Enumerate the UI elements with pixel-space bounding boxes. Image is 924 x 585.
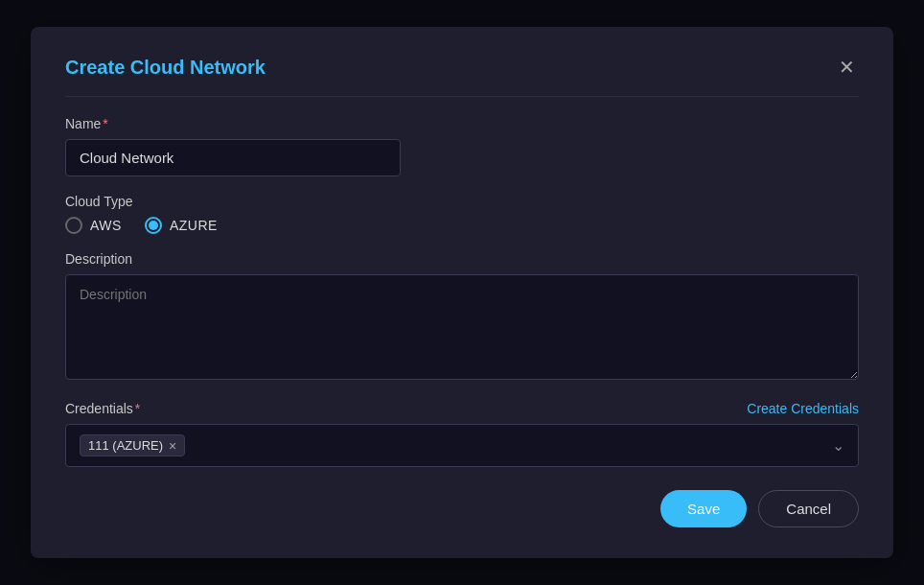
- radio-circle-aws: [65, 217, 82, 234]
- credentials-select[interactable]: 111 (AZURE) × ⌄: [65, 424, 859, 467]
- name-label: Name*: [65, 116, 859, 131]
- modal-header: Create Cloud Network ✕: [65, 54, 859, 97]
- radio-azure[interactable]: AZURE: [145, 217, 218, 234]
- modal-dialog: Create Cloud Network ✕ Name* Cloud Type …: [31, 27, 893, 558]
- credentials-tags: 111 (AZURE) ×: [80, 434, 185, 456]
- modal-footer: Save Cancel: [65, 490, 859, 527]
- credentials-group: Credentials* Create Credentials 111 (AZU…: [65, 401, 859, 467]
- modal-overlay: Create Cloud Network ✕ Name* Cloud Type …: [0, 0, 924, 585]
- description-group: Description: [65, 251, 859, 384]
- credentials-header: Credentials* Create Credentials: [65, 401, 859, 416]
- cloud-type-group: Cloud Type AWS AZURE: [65, 194, 859, 234]
- credential-tag-remove[interactable]: ×: [169, 439, 176, 453]
- create-credentials-link[interactable]: Create Credentials: [747, 401, 859, 416]
- credential-tag-label: 111 (AZURE): [88, 438, 163, 453]
- save-button[interactable]: Save: [660, 490, 747, 527]
- description-label: Description: [65, 251, 859, 267]
- name-required-star: *: [103, 116, 107, 131]
- radio-label-azure: AZURE: [170, 218, 218, 233]
- name-input[interactable]: [65, 139, 401, 176]
- cloud-type-label: Cloud Type: [65, 194, 859, 209]
- radio-label-aws: AWS: [90, 218, 122, 233]
- cloud-type-options: AWS AZURE: [65, 217, 859, 234]
- close-button[interactable]: ✕: [835, 54, 859, 81]
- radio-aws[interactable]: AWS: [65, 217, 122, 234]
- credential-tag-azure: 111 (AZURE) ×: [80, 434, 185, 456]
- cancel-button[interactable]: Cancel: [758, 490, 859, 527]
- modal-title: Create Cloud Network: [65, 57, 266, 79]
- description-input[interactable]: [65, 274, 859, 380]
- credentials-label: Credentials*: [65, 401, 140, 416]
- chevron-down-icon: ⌄: [832, 436, 844, 455]
- credentials-required-star: *: [135, 401, 140, 416]
- name-group: Name*: [65, 116, 859, 176]
- radio-circle-azure: [145, 217, 162, 234]
